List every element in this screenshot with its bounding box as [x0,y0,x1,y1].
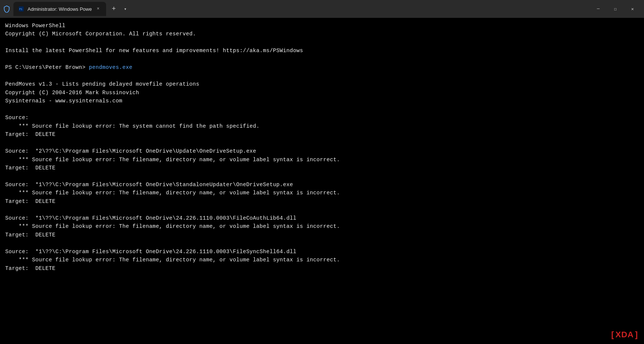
terminal-line: *** Source file lookup error: The system… [5,122,639,130]
terminal-line: Sysinternals - www.sysinternals.com [5,97,639,105]
svg-text:PS: PS [19,8,22,11]
minimize-button[interactable]: ─ [590,3,607,15]
terminal-line: Source: [5,114,639,122]
close-button[interactable]: ✕ [624,3,641,15]
terminal-line [5,206,639,214]
titlebar: PS Administrator: Windows Powe × + ▾ ─ ☐… [0,0,644,18]
terminal-line: Source: *1\??\C:\Program Files\Microsoft… [5,181,639,189]
terminal-line: Source: *1\??\C:\Program Files\Microsoft… [5,248,639,256]
terminal-line: PendMoves v1.3 - Lists pending delayed m… [5,80,639,88]
powershell-icon: PS [18,6,25,12]
terminal-line: Copyright (C) Microsoft Corporation. All… [5,30,639,38]
new-tab-button[interactable]: + [108,3,120,15]
terminal-line [5,239,639,247]
terminal-line: *** Source file lookup error: The filena… [5,189,639,197]
close-tab-button[interactable]: × [95,6,102,12]
terminal-line: Target: DELETE [5,164,639,172]
tab-dropdown-button[interactable]: ▾ [120,4,131,14]
terminal-line: *** Source file lookup error: The filena… [5,156,639,164]
terminal-line [5,55,639,63]
terminal-line [5,72,639,80]
active-tab[interactable]: PS Administrator: Windows Powe × [13,2,106,16]
xda-bracket-right: ] [635,330,638,340]
terminal-line: Target: DELETE [5,231,639,239]
terminal-line: Install the latest PowerShell for new fe… [5,47,639,55]
terminal-output: Windows PowerShellCopyright (C) Microsof… [0,18,644,344]
terminal-line: Windows PowerShell [5,22,639,30]
shield-icon [3,5,10,13]
window-controls: ─ ☐ ✕ [590,3,641,15]
xda-watermark: [ XDA ] [611,330,638,340]
terminal-line [5,105,639,114]
terminal-line: Source: *2\??\C:\Program Files\Microsoft… [5,147,639,155]
titlebar-left: PS Administrator: Windows Powe × + ▾ [3,2,590,16]
terminal-line: Copyright (C) 2004-2016 Mark Russinovich [5,89,639,97]
xda-label: XDA [615,330,634,340]
terminal-line: *** Source file lookup error: The filena… [5,222,639,230]
terminal-line: Target: DELETE [5,130,639,138]
terminal-line: Target: DELETE [5,197,639,206]
terminal-line [5,139,639,147]
xda-bracket-left: [ [611,330,614,340]
terminal-line [5,172,639,180]
tab-title: Administrator: Windows Powe [28,6,92,12]
prompt-prefix: PS C:\Users\Peter Brown> [5,64,89,70]
terminal-line [5,38,639,47]
prompt-command: pendmoves.exe [89,64,133,70]
terminal-line: Target: DELETE [5,264,639,273]
terminal-line: *** Source file lookup error: The filena… [5,256,639,264]
terminal-line: PS C:\Users\Peter Brown> pendmoves.exe [5,63,639,71]
maximize-button[interactable]: ☐ [607,3,624,15]
terminal-line: Source: *1\??\C:\Program Files\Microsoft… [5,214,639,222]
